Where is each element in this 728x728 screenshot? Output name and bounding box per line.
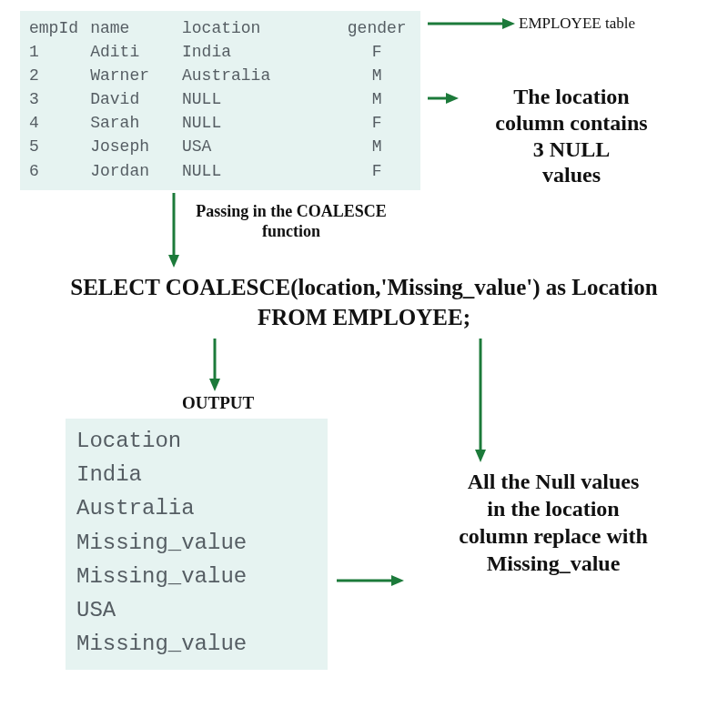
arrow-down-icon: [207, 337, 222, 393]
null-count-line: values: [542, 163, 601, 187]
null-count-line: The location: [513, 85, 629, 108]
replace-note: All the Null values in the location colu…: [417, 468, 690, 577]
sql-query: SELECT COALESCE(location,'Missing_value'…: [18, 273, 710, 332]
output-row: Missing_value: [76, 560, 317, 593]
null-count-line: 3 NULL: [533, 137, 611, 161]
output-table: Location India Australia Missing_value M…: [66, 419, 328, 670]
arrow-down-icon: [167, 191, 181, 269]
employee-table-label: EMPLOYEE table: [519, 15, 635, 33]
svg-marker-7: [209, 379, 220, 391]
cell-emp-id: 5: [29, 135, 90, 158]
svg-marker-5: [168, 255, 179, 268]
replace-note-line: All the Null values: [417, 468, 690, 495]
cell-name: Joseph: [90, 135, 182, 158]
table-row: 4 Sarah NULL F: [29, 111, 411, 135]
output-row: India: [76, 458, 317, 491]
replace-note-line: column replace with: [417, 522, 690, 550]
cell-gender: F: [342, 159, 411, 183]
cell-gender: M: [342, 135, 411, 158]
arrow-right-icon: [426, 16, 517, 31]
cell-emp-id: 6: [29, 159, 90, 183]
sql-line: SELECT COALESCE(location,'Missing_value'…: [18, 273, 710, 303]
cell-name: Sarah: [90, 111, 182, 135]
output-row: USA: [76, 593, 317, 627]
cell-location: USA: [182, 135, 342, 158]
cell-emp-id: 2: [29, 64, 90, 87]
svg-marker-1: [502, 18, 515, 29]
output-row: Missing_value: [76, 526, 317, 560]
cell-gender: M: [342, 64, 411, 87]
passing-caption-line: function: [187, 222, 396, 242]
output-label: OUTPUT: [182, 393, 254, 413]
cell-gender: M: [342, 87, 411, 111]
table-row: 5 Joseph USA M: [29, 135, 411, 158]
cell-location: NULL: [182, 159, 342, 183]
table-row: 3 David NULL M: [29, 87, 411, 111]
table-row: 2 Warner Australia M: [29, 64, 411, 87]
col-name: name: [90, 16, 182, 40]
cell-name: Aditi: [90, 40, 182, 64]
table-header-row: empId name location gender: [29, 16, 411, 40]
null-count-note: The location column contains 3 NULL valu…: [453, 84, 690, 188]
cell-name: David: [90, 87, 182, 111]
employee-table: empId name location gender 1 Aditi India…: [20, 11, 420, 190]
col-emp-id: empId: [29, 16, 90, 40]
cell-emp-id: 4: [29, 111, 90, 135]
output-header: Location: [76, 424, 317, 458]
cell-name: Warner: [90, 64, 182, 87]
sql-line: FROM EMPLOYEE;: [18, 303, 710, 333]
cell-location: NULL: [182, 111, 342, 135]
svg-marker-11: [391, 575, 404, 586]
cell-name: Jordan: [90, 159, 182, 183]
col-gender: gender: [342, 16, 411, 40]
replace-note-line: in the location: [417, 495, 690, 522]
table-row: 6 Jordan NULL F: [29, 159, 411, 183]
null-count-line: column contains: [495, 111, 647, 135]
cell-gender: F: [342, 40, 411, 64]
output-row: Australia: [76, 491, 317, 525]
arrow-right-icon: [335, 573, 406, 588]
cell-gender: F: [342, 111, 411, 135]
cell-emp-id: 3: [29, 87, 90, 111]
passing-caption-line: Passing in the COALESCE: [187, 202, 396, 222]
cell-location: Australia: [182, 64, 342, 87]
cell-emp-id: 1: [29, 40, 90, 64]
arrow-down-icon: [473, 337, 488, 464]
passing-caption: Passing in the COALESCE function: [187, 202, 396, 241]
cell-location: India: [182, 40, 342, 64]
replace-note-line: Missing_value: [417, 550, 690, 577]
output-row: Missing_value: [76, 627, 317, 661]
cell-location: NULL: [182, 87, 342, 111]
col-location: location: [182, 16, 342, 40]
table-row: 1 Aditi India F: [29, 40, 411, 64]
svg-marker-9: [475, 450, 486, 462]
